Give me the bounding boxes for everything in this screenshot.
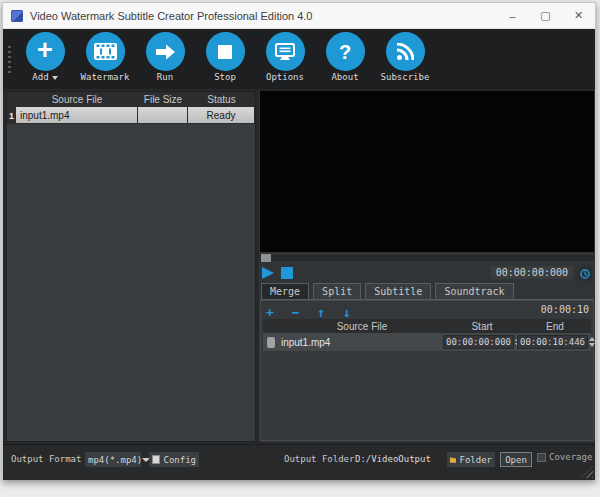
config-checkbox[interactable]: Config	[149, 452, 199, 467]
output-folder-label: Output Folder	[284, 454, 354, 464]
tab-split[interactable]: Split	[313, 283, 361, 299]
table-row[interactable]: 1 input1.mp4 Ready	[7, 107, 255, 124]
rss-icon	[396, 43, 414, 61]
start-time-value[interactable]: 00:00:00:000	[443, 335, 514, 349]
video-preview[interactable]	[260, 91, 594, 252]
col-file-size[interactable]: File Size	[138, 92, 188, 107]
checkbox-icon[interactable]	[152, 455, 160, 464]
run-button[interactable]: Run	[135, 32, 195, 82]
folder-button-label: Folder	[459, 455, 492, 465]
window-title: Video Watermark Subtitle Creator Profess…	[30, 10, 312, 22]
about-label: About	[331, 72, 358, 82]
add-button[interactable]: + Add	[15, 32, 75, 82]
arrow-right-icon	[156, 44, 175, 60]
remove-clip-button[interactable]: −	[289, 306, 303, 320]
output-format-label: Output Format	[11, 454, 81, 464]
monitor-icon	[275, 43, 295, 60]
title-bar: Video Watermark Subtitle Creator Profess…	[3, 3, 595, 29]
move-down-button[interactable]: ↓	[340, 306, 354, 320]
config-label: Config	[163, 455, 196, 465]
about-button[interactable]: ? About	[315, 32, 375, 82]
subscribe-label: Subscribe	[381, 72, 430, 82]
stop-button[interactable]: Stop	[195, 32, 255, 82]
cell-file-size	[138, 107, 188, 124]
start-time-spinner[interactable]: 00:00:00:000	[443, 335, 517, 349]
merge-gutter-header	[263, 319, 279, 333]
clock-icon	[580, 269, 590, 279]
question-icon: ?	[339, 42, 351, 62]
tab-subtitle[interactable]: Subtitle	[365, 283, 431, 299]
options-button[interactable]: Options	[255, 32, 315, 82]
add-clip-button[interactable]: +	[263, 306, 277, 320]
close-button[interactable]: ✕	[562, 3, 595, 28]
file-table-header: Source File File Size Status	[7, 92, 255, 107]
preview-panel: 00:00:00:000 Merge Split Subtitle Soundt…	[259, 91, 595, 442]
time-display: 00:00:00:000	[491, 266, 573, 279]
maximize-button[interactable]: ▢	[529, 3, 562, 28]
square-icon	[218, 45, 232, 59]
play-button[interactable]	[262, 267, 274, 279]
stop-label: Stop	[214, 72, 236, 82]
folder-button[interactable]: Folder	[447, 452, 495, 467]
app-icon	[11, 10, 23, 22]
file-list-panel: Source File File Size Status 1 input1.mp…	[6, 91, 256, 442]
seek-handle[interactable]	[261, 254, 271, 262]
row-number: 1	[7, 107, 16, 124]
output-format-select[interactable]: mp4(*.mp4)	[85, 452, 141, 467]
merge-table-header: Source File Start End	[263, 319, 591, 333]
resize-grip[interactable]	[581, 466, 593, 478]
clip-duration: 00:00:10	[541, 304, 589, 315]
clip-controls: + − ↑ ↓ 00:00:10	[263, 302, 590, 317]
move-up-button[interactable]: ↑	[314, 306, 328, 320]
end-time-spinner[interactable]: 00:00:10:446	[517, 335, 591, 349]
merge-tab-content: + − ↑ ↓ 00:00:10 Source File Start End i…	[260, 300, 594, 441]
row-handle-icon	[267, 337, 275, 348]
merge-cell-source: input1.mp4	[279, 337, 443, 348]
app-window: Video Watermark Subtitle Creator Profess…	[2, 2, 596, 480]
transport-controls: 00:00:00:000	[262, 266, 592, 281]
toolbar: + Add Watermark	[3, 29, 595, 89]
col-status[interactable]: Status	[188, 92, 255, 107]
toolbar-grip[interactable]	[8, 46, 11, 74]
folder-icon	[450, 455, 456, 465]
coverage-checkbox[interactable]: Coverage	[537, 452, 592, 462]
output-format-value: mp4(*.mp4)	[88, 455, 142, 465]
col-source-file[interactable]: Source File	[16, 92, 138, 107]
tab-soundtrack[interactable]: Soundtrack	[435, 283, 513, 299]
merge-col-start[interactable]: Start	[445, 319, 519, 333]
tab-merge[interactable]: Merge	[261, 283, 309, 299]
end-time-value[interactable]: 00:00:10:446	[517, 335, 588, 349]
bottom-bar: Output Format mp4(*.mp4) Config Output F…	[3, 444, 595, 480]
toolbar-buttons: + Add Watermark	[15, 32, 435, 82]
stop-playback-button[interactable]	[281, 267, 293, 279]
merge-col-source-file[interactable]: Source File	[279, 319, 445, 333]
output-folder-value[interactable]: D:/VideoOutput	[355, 454, 431, 464]
watermark-label: Watermark	[81, 72, 130, 82]
watermark-button[interactable]: Watermark	[75, 32, 135, 82]
seek-time-button[interactable]	[577, 266, 592, 281]
window-controls: – ▢ ✕	[496, 3, 595, 28]
merge-table-row[interactable]: input1.mp4 00:00:00:000 00:00:10:446	[263, 333, 591, 351]
main-area: Source File File Size Status 1 input1.mp…	[3, 89, 595, 444]
spinner-arrows-icon[interactable]	[589, 337, 595, 347]
minimize-button[interactable]: –	[496, 3, 529, 28]
cell-status: Ready	[188, 107, 255, 124]
checkbox-icon[interactable]	[537, 453, 546, 462]
open-button-label: Open	[505, 455, 527, 465]
subscribe-button[interactable]: Subscribe	[375, 32, 435, 82]
seek-bar[interactable]	[260, 255, 594, 261]
options-label: Options	[266, 72, 304, 82]
cell-source-file: input1.mp4	[16, 107, 138, 124]
open-button[interactable]: Open	[500, 452, 532, 467]
merge-col-end[interactable]: End	[519, 319, 591, 333]
add-dropdown-arrow-icon[interactable]	[52, 76, 58, 80]
filmstrip-icon	[94, 43, 117, 60]
row-number-header	[7, 92, 16, 107]
plus-icon: +	[37, 37, 53, 64]
run-label: Run	[157, 72, 173, 82]
editor-tabs: Merge Split Subtitle Soundtrack	[261, 283, 593, 300]
coverage-label: Coverage	[549, 452, 592, 462]
add-label: Add	[32, 72, 48, 82]
